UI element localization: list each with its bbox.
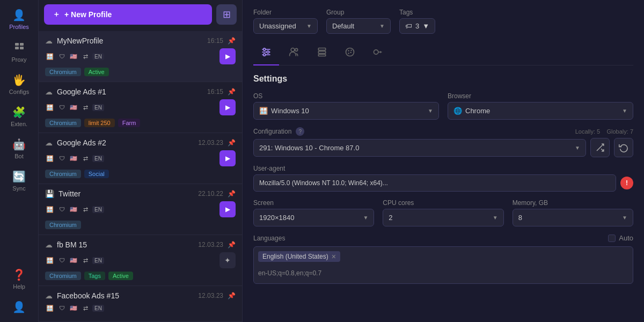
grid-icon: ⊞ — [223, 9, 231, 20]
tab-cookies[interactable] — [337, 42, 363, 65]
sidebar-item-exten[interactable]: 🧩 Exten. — [3, 101, 35, 131]
tab-users[interactable] — [281, 42, 307, 65]
svg-point-8 — [267, 51, 269, 53]
cloud-icon: ☁ — [45, 138, 53, 147]
folder-dropdown[interactable]: Unassigned ▼ — [253, 18, 318, 34]
svg-point-15 — [346, 48, 354, 56]
lang-tag-text: English (United States) — [262, 253, 328, 260]
play-button[interactable]: ▶ — [219, 48, 236, 64]
profile-time: 16:15 — [207, 88, 223, 96]
globally-label: Globaly: 7 — [606, 128, 633, 135]
sidebar-item-bot[interactable]: 🤖 Bot — [3, 134, 35, 164]
cpu-dropdown[interactable]: 2 ▼ — [383, 209, 503, 226]
svg-rect-0 — [15, 43, 19, 46]
shield-icon: 🛡 — [57, 255, 67, 265]
lang-tag-close[interactable]: × — [332, 253, 336, 260]
sidebar-item-user[interactable]: 👤 — [3, 296, 35, 318]
grid-view-button[interactable]: ⊞ — [216, 4, 237, 25]
memory-dropdown[interactable]: 8 ▼ — [513, 209, 633, 226]
sidebar-item-profiles[interactable]: 👤 Profiles — [3, 4, 35, 34]
tags-count: 3 — [415, 22, 419, 30]
profile-item[interactable]: ☁ Google Ads #1 16:15 📌 🪟 🛡 🇺🇸 ⇄ EN ▶ Ch… — [39, 82, 242, 133]
hardware-row: Screen 1920×1840 ▼ CPU cores 2 ▼ Memory,… — [253, 199, 633, 226]
svg-point-18 — [348, 53, 349, 54]
chevron-down-icon: ▼ — [379, 23, 385, 29]
auto-checkbox[interactable]: Auto — [608, 234, 633, 242]
lang-input: en-US;q=0.8,en;q=0.7 — [258, 268, 628, 278]
profile-name: MyNewProfile — [57, 36, 103, 45]
profile-panel-header: ＋ + New Profile ⊞ — [39, 0, 242, 29]
profile-name: Google Ads #2 — [57, 138, 106, 147]
sidebar-item-help[interactable]: ❓ Help — [3, 264, 35, 294]
chevron-down-icon: ▼ — [363, 215, 368, 221]
configuration-value: 291: Windows 10 - Chrome 87.0 — [259, 144, 359, 152]
os-dropdown[interactable]: 🪟 Windows 10 ▼ — [253, 102, 439, 120]
pin-icon: 📌 — [228, 292, 236, 299]
sidebar-item-sync-label: Sync — [12, 185, 25, 192]
play-button[interactable]: ▶ — [219, 150, 236, 166]
screen-value: 1920×1840 — [259, 214, 294, 222]
farm-tag: Farm — [118, 119, 141, 127]
profile-panel: ＋ + New Profile ⊞ ☁ MyNewProfile 16:15 📌… — [39, 0, 243, 322]
refresh-button[interactable] — [614, 138, 633, 157]
browser-icon: 🌐 — [453, 107, 462, 115]
chevron-down-icon: ▼ — [575, 145, 580, 151]
browser-value: Chrome — [465, 107, 490, 115]
sidebar-item-configs[interactable]: 🖐 Configs — [3, 69, 35, 99]
locally-label: Locally: 5 — [575, 128, 600, 135]
tab-storage[interactable] — [309, 42, 335, 65]
user-agent-section: User-agent Mozilla/5.0 (Windows NT 10.0;… — [253, 165, 633, 192]
profile-item[interactable]: ☁ Google Ads #2 12.03.23 📌 🪟 🛡 🇺🇸 ⇄ EN ▶… — [39, 133, 242, 184]
chevron-down-icon: ▼ — [493, 215, 498, 221]
languages-box[interactable]: English (United States) × en-US;q=0.8,en… — [253, 246, 633, 284]
folder-label: Folder — [253, 9, 318, 16]
tags-control: Tags 🏷 3 ▼ — [399, 9, 435, 34]
sidebar-item-sync[interactable]: 🔄 Sync — [3, 166, 35, 196]
svg-point-7 — [264, 48, 266, 50]
screen-dropdown[interactable]: 1920×1840 ▼ — [253, 209, 374, 226]
memory-group: Memory, GB 8 ▼ — [513, 199, 633, 226]
lang-badge: EN — [92, 155, 104, 162]
profile-time: 22.10.22 — [198, 190, 223, 197]
auto-checkbox-input[interactable] — [608, 235, 616, 242]
active-tag: Active — [84, 68, 109, 76]
plus-icon: ＋ — [53, 10, 60, 19]
pin-icon: 📌 — [228, 88, 236, 96]
spin-button[interactable]: ✦ — [219, 252, 236, 268]
windows-icon: 🪟 — [45, 204, 55, 214]
profile-item[interactable]: ☁ Facebook Ads #15 12.03.23 📌 🪟 🛡 🇺🇸 ⇄ E… — [39, 286, 242, 322]
configuration-section: Configuration ? Locally: 5 Globaly: 7 29… — [253, 127, 633, 157]
shield-icon: 🛡 — [57, 153, 67, 163]
new-profile-button[interactable]: ＋ + New Profile — [44, 4, 212, 25]
cloud-icon: ☁ — [45, 240, 53, 249]
group-dropdown[interactable]: Default ▼ — [326, 18, 391, 34]
arrows-icon: ⇄ — [80, 52, 90, 61]
configuration-dropdown[interactable]: 291: Windows 10 - Chrome 87.0 ▼ — [253, 139, 586, 157]
pin-icon: 📌 — [228, 37, 236, 45]
profile-name: Facebook Ads #15 — [57, 291, 119, 300]
group-label: Group — [326, 9, 391, 16]
windows-icon: 🪟 — [45, 153, 55, 163]
windows-icon: 🪟 — [45, 303, 55, 313]
auto-label: Auto — [619, 234, 633, 242]
sidebar-item-proxy[interactable]: Proxy — [3, 36, 35, 67]
tab-settings[interactable] — [253, 42, 279, 65]
user-agent-input[interactable]: Mozilla/5.0 (Windows NT 10.0; Win64; x64… — [253, 174, 616, 192]
tags-dropdown[interactable]: 🏷 3 ▼ — [399, 18, 435, 34]
profile-item[interactable]: ☁ fb BM 15 12.03.23 📌 🪟 🛡 🇺🇸 ⇄ EN ✦ Chro… — [39, 235, 242, 286]
cpu-value: 2 — [389, 214, 392, 222]
play-button[interactable]: ▶ — [219, 201, 236, 217]
shuffle-button[interactable] — [590, 138, 610, 157]
configs-icon: 🖐 — [12, 74, 26, 86]
os-value: Windows 10 — [271, 107, 309, 115]
tab-bar — [253, 42, 633, 65]
profile-item[interactable]: 💾 Twitter 22.10.22 📌 🪟 🛡 🇺🇸 ⇄ EN ▶ Chrom… — [39, 184, 242, 235]
browser-dropdown[interactable]: 🌐 Chrome ▼ — [448, 102, 633, 120]
svg-rect-3 — [20, 47, 24, 49]
arrows-icon: ⇄ — [80, 204, 90, 214]
help-icon: ❓ — [12, 268, 26, 281]
play-button[interactable]: ▶ — [219, 99, 236, 115]
shield-icon: 🛡 — [57, 52, 67, 61]
tab-key[interactable] — [365, 42, 391, 65]
profile-item[interactable]: ☁ MyNewProfile 16:15 📌 🪟 🛡 🇺🇸 ⇄ EN ▶ Chr… — [39, 31, 242, 82]
